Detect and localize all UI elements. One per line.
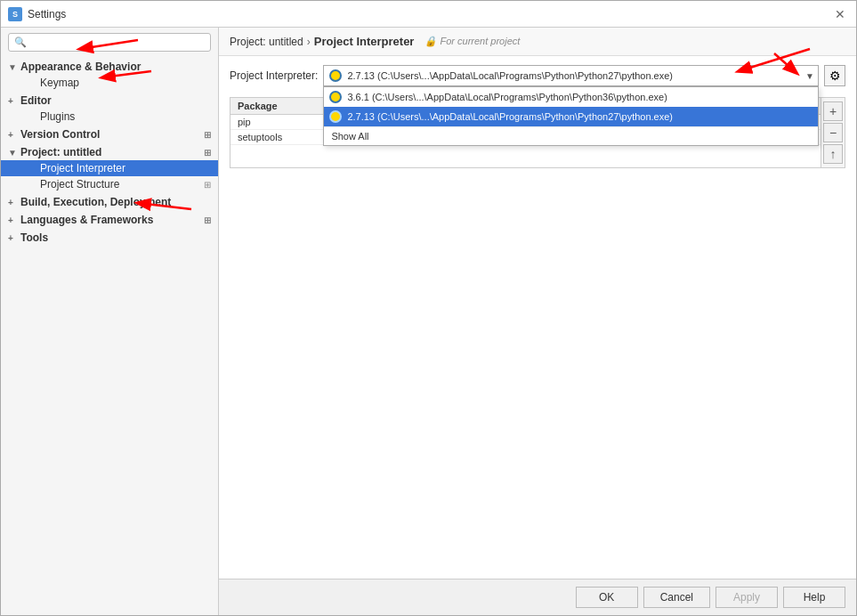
panel-sub-info: 🔒 For current project	[424, 36, 520, 47]
breadcrumb-project: Project: untitled	[230, 36, 303, 48]
gear-button[interactable]: ⚙	[824, 65, 845, 86]
interpreter-dropdown[interactable]: 2.7.13 (C:\Users\...\AppData\Local\Progr…	[323, 65, 819, 86]
sidebar-item-label: Build, Execution, Deployment	[20, 196, 211, 208]
sidebar-item-label: Keymap	[40, 77, 211, 89]
sidebar-item-label: Languages & Frameworks	[20, 214, 204, 226]
sidebar-item-label: Project Interpreter	[40, 162, 211, 174]
sidebar-item-label: Editor	[20, 94, 211, 107]
interpreter-label: Project Interpreter:	[230, 69, 318, 82]
close-button[interactable]: ✕	[831, 5, 849, 23]
sidebar-item-editor[interactable]: + Editor	[1, 93, 218, 109]
interpreter-dropdown-wrapper: 2.7.13 (C:\Users\...\AppData\Local\Progr…	[323, 65, 819, 86]
expander-icon: +	[8, 198, 20, 207]
settings-icon: ⊞	[204, 148, 211, 158]
sidebar-item-version-control[interactable]: + Version Control ⊞	[1, 126, 218, 142]
right-panel: Project: untitled › Project Interpreter …	[219, 28, 856, 615]
sidebar-item-project-structure[interactable]: Project Structure ⊞	[1, 176, 218, 192]
sidebar-item-keymap[interactable]: Keymap	[1, 75, 218, 91]
interpreter-dropdown-menu: 3.6.1 (C:\Users\...\AppData\Local\Progra…	[323, 86, 819, 146]
ok-button[interactable]: OK	[576, 587, 638, 608]
panel-body: Project Interpreter: 2.7.13 (C:\Users\..…	[219, 56, 856, 579]
settings-icon: ⊞	[204, 130, 211, 140]
sidebar-item-label: Project Structure	[40, 178, 204, 190]
sidebar-item-languages[interactable]: + Languages & Frameworks ⊞	[1, 212, 218, 228]
show-all-link[interactable]: Show All	[324, 126, 818, 145]
cancel-button[interactable]: Cancel	[643, 587, 710, 608]
search-input[interactable]	[30, 37, 205, 48]
python-icon	[329, 91, 342, 103]
expander-icon: +	[8, 96, 20, 106]
sidebar-item-build[interactable]: + Build, Execution, Deployment	[1, 194, 218, 210]
dropdown-option-2713[interactable]: 2.7.13 (C:\Users\...\AppData\Local\Progr…	[324, 107, 818, 126]
dropdown-option-label: 2.7.13 (C:\Users\...\AppData\Local\Progr…	[347, 111, 673, 122]
sidebar-item-label: Appearance & Behavior	[20, 61, 211, 73]
panel-header: Project: untitled › Project Interpreter …	[219, 28, 856, 56]
sidebar-item-appearance[interactable]: ▼ Appearance & Behavior	[1, 59, 218, 75]
sidebar-item-tools[interactable]: + Tools	[1, 230, 218, 246]
sidebar: 🔍 ▼ Appearance & Behavior Keymap + Edito…	[1, 28, 219, 615]
add-package-button[interactable]: +	[823, 101, 843, 121]
window-title: Settings	[28, 8, 66, 20]
show-all-label: Show All	[331, 131, 368, 142]
nav-tree: ▼ Appearance & Behavior Keymap + Editor …	[1, 57, 218, 615]
chevron-down-icon: ▼	[805, 71, 814, 81]
expander-icon: +	[8, 215, 20, 225]
sidebar-item-project[interactable]: ▼ Project: untitled ⊞	[1, 144, 218, 160]
search-icon: 🔍	[14, 36, 27, 48]
sidebar-item-label: Version Control	[20, 128, 204, 141]
apply-button[interactable]: Apply	[716, 587, 778, 608]
upgrade-package-button[interactable]: ↑	[823, 144, 843, 164]
search-box[interactable]: 🔍	[8, 33, 211, 52]
bottom-bar: OK Cancel Apply Help	[219, 579, 856, 615]
packages-sidebar-buttons: + − ↑	[821, 98, 845, 167]
dropdown-option-label: 3.6.1 (C:\Users\...\AppData\Local\Progra…	[347, 92, 667, 102]
sidebar-item-plugins[interactable]: Plugins	[1, 109, 218, 125]
settings-icon: ⊞	[204, 215, 211, 225]
dropdown-option-361[interactable]: 3.6.1 (C:\Users\...\AppData\Local\Progra…	[324, 87, 818, 107]
python-icon	[329, 110, 342, 123]
title-bar: S Settings ✕	[1, 1, 856, 28]
breadcrumb-arrow: ›	[307, 36, 311, 48]
sidebar-item-project-interpreter[interactable]: Project Interpreter	[1, 160, 218, 176]
remove-package-button[interactable]: −	[823, 123, 843, 142]
expander-icon: ▼	[8, 62, 20, 72]
sidebar-item-label: Plugins	[40, 110, 211, 123]
app-icon: S	[8, 7, 22, 21]
interpreter-row: Project Interpreter: 2.7.13 (C:\Users\..…	[230, 65, 845, 86]
help-button[interactable]: Help	[783, 587, 845, 608]
panel-page-title: Project Interpreter	[314, 35, 415, 48]
expander-icon: +	[8, 233, 20, 243]
settings-window: S Settings ✕ 🔍 ▼ Appearance & Behavior K…	[0, 0, 857, 616]
lock-icon: 🔒	[424, 36, 437, 46]
expander-icon: +	[8, 130, 20, 140]
title-bar-left: S Settings	[8, 7, 66, 21]
main-content: 🔍 ▼ Appearance & Behavior Keymap + Edito…	[1, 28, 856, 615]
sidebar-item-label: Tools	[20, 231, 211, 244]
interpreter-current-value: 2.7.13 (C:\Users\...\AppData\Local\Progr…	[347, 70, 673, 81]
settings-icon: ⊞	[204, 180, 211, 190]
python-icon	[329, 69, 342, 82]
sidebar-item-label: Project: untitled	[20, 146, 204, 158]
expander-icon: ▼	[8, 148, 20, 158]
